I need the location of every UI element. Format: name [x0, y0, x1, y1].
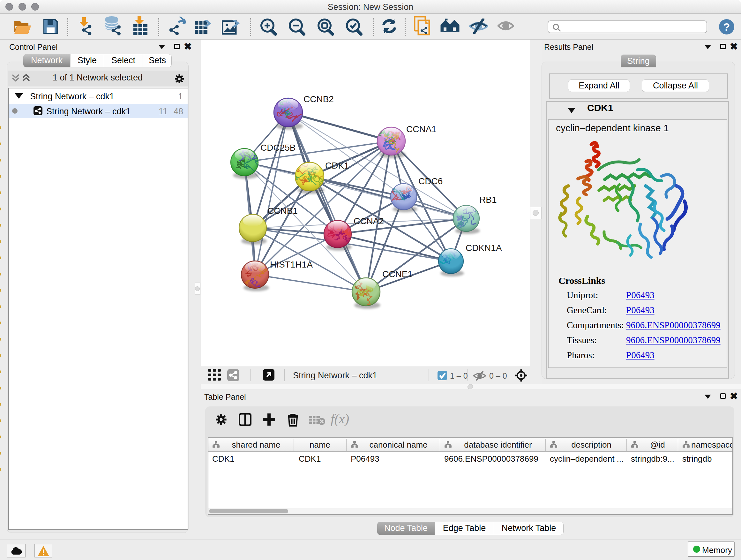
svg-text:RB1: RB1 — [479, 195, 496, 205]
svg-text:CDC6: CDC6 — [418, 176, 443, 186]
svg-text:CDKN1A: CDKN1A — [466, 243, 502, 253]
svg-text:CCNA2: CCNA2 — [354, 216, 384, 226]
svg-text:CCNB2: CCNB2 — [304, 94, 334, 104]
svg-text:?: ? — [724, 21, 730, 33]
svg-text:CCNA1: CCNA1 — [406, 124, 436, 134]
svg-text:CDK1: CDK1 — [325, 161, 349, 171]
svg-text:HIST1H1A: HIST1H1A — [270, 260, 313, 269]
svg-text:CCNE1: CCNE1 — [382, 269, 413, 279]
svg-text:CCNB1: CCNB1 — [267, 206, 298, 216]
svg-text:CDC25B: CDC25B — [260, 143, 295, 152]
